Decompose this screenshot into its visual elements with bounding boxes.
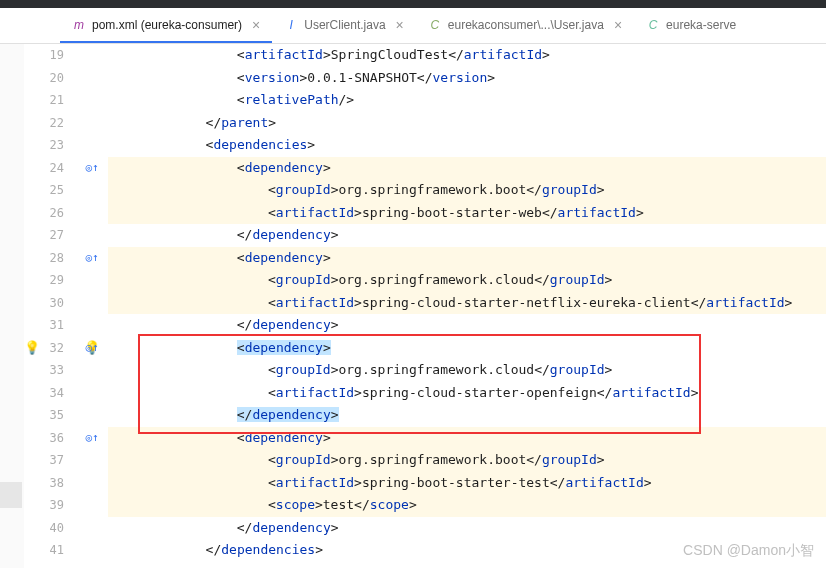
line-number[interactable]: 24 (24, 157, 64, 180)
line-number[interactable]: 27 (24, 224, 64, 247)
line-number[interactable]: 22 (24, 112, 64, 135)
line-number[interactable]: 23 (24, 134, 64, 157)
code-line[interactable]: <artifactId>spring-cloud-starter-netflix… (108, 292, 792, 315)
editor-container: 1920212223242526272829303132333435363738… (0, 44, 826, 568)
line-number[interactable]: 39 (24, 494, 64, 517)
code-line[interactable]: <dependency> (108, 337, 331, 360)
tab-label: eurekaconsumer\...\User.java (448, 18, 604, 32)
line-number[interactable]: 40 (24, 517, 64, 540)
tab-label: pom.xml (eureka-consumer) (92, 18, 242, 32)
code-line[interactable]: <artifactId>spring-boot-starter-web</art… (108, 202, 644, 225)
tab-file-icon: I (284, 18, 298, 32)
code-line[interactable]: </dependency> (108, 314, 339, 337)
line-number[interactable]: 30 (24, 292, 64, 315)
code-line[interactable]: <groupId>org.springframework.cloud</grou… (108, 269, 612, 292)
code-line[interactable]: <artifactId>spring-cloud-starter-openfei… (108, 382, 699, 405)
code-line[interactable]: <dependencies> (108, 134, 315, 157)
target-icon: ◎↑ (85, 431, 98, 444)
code-line[interactable]: <artifactId>SpringCloudTest</artifactId> (108, 44, 550, 67)
code-line[interactable]: <groupId>org.springframework.boot</group… (108, 449, 605, 472)
tab-1[interactable]: IUserClient.java× (272, 8, 416, 43)
close-icon[interactable]: × (614, 17, 622, 33)
code-line[interactable]: <dependency> (108, 157, 331, 180)
line-number-gutter[interactable]: 1920212223242526272829303132333435363738… (24, 44, 80, 568)
tab-file-icon: C (428, 18, 442, 32)
code-line[interactable]: <scope>test</scope> (108, 494, 417, 517)
close-icon[interactable]: × (252, 17, 260, 33)
line-number[interactable]: 26 (24, 202, 64, 225)
target-icon: ◎↑ (85, 341, 98, 354)
tab-2[interactable]: Ceurekaconsumer\...\User.java× (416, 8, 634, 43)
window-topbar (0, 0, 826, 8)
line-number[interactable]: 31 (24, 314, 64, 337)
code-line[interactable]: <artifactId>spring-boot-starter-test</ar… (108, 472, 652, 495)
line-number[interactable]: 33 (24, 359, 64, 382)
line-number[interactable]: 41 (24, 539, 64, 562)
tab-label: eureka-serve (666, 18, 736, 32)
code-line[interactable]: <dependency> (108, 247, 331, 270)
code-line[interactable]: </dependency> (108, 224, 339, 247)
line-number[interactable]: 36 (24, 427, 64, 450)
inspection-marks: ◎↑◎↑💡💡◎↑◎↑ (80, 44, 108, 568)
tab-file-icon: C (646, 18, 660, 32)
code-line[interactable]: <version>0.0.1-SNAPSHOT</version> (108, 67, 495, 90)
line-number[interactable]: 25 (24, 179, 64, 202)
line-number[interactable]: 20 (24, 67, 64, 90)
line-number[interactable]: 29 (24, 269, 64, 292)
line-number[interactable]: 34 (24, 382, 64, 405)
editor-tabs: mpom.xml (eureka-consumer)×IUserClient.j… (0, 8, 826, 44)
tab-label: UserClient.java (304, 18, 385, 32)
close-icon[interactable]: × (396, 17, 404, 33)
line-number[interactable]: 21 (24, 89, 64, 112)
target-icon: ◎↑ (85, 161, 98, 174)
code-line[interactable]: <groupId>org.springframework.cloud</grou… (108, 359, 612, 382)
code-line[interactable]: <groupId>org.springframework.boot</group… (108, 179, 605, 202)
watermark: CSDN @Damon小智 (683, 542, 814, 560)
code-line[interactable]: </dependency> (108, 517, 339, 540)
code-line[interactable]: <dependency> (108, 427, 331, 450)
line-number[interactable]: 28 (24, 247, 64, 270)
gutter-outer (0, 44, 24, 568)
code-area[interactable]: <artifactId>SpringCloudTest</artifactId>… (108, 44, 826, 568)
tab-file-icon: m (72, 18, 86, 32)
collapse-handle[interactable] (0, 482, 22, 508)
line-number[interactable]: 19 (24, 44, 64, 67)
line-number[interactable]: 38 (24, 472, 64, 495)
line-number[interactable]: 35 (24, 404, 64, 427)
code-line[interactable]: </parent> (108, 112, 276, 135)
tab-3[interactable]: Ceureka-serve (634, 8, 748, 43)
tab-0[interactable]: mpom.xml (eureka-consumer)× (60, 8, 272, 43)
code-line[interactable]: </dependencies> (108, 539, 323, 562)
code-line[interactable]: </dependency> (108, 404, 339, 427)
bulb-icon[interactable]: 💡 (24, 340, 40, 355)
line-number[interactable]: 37 (24, 449, 64, 472)
code-line[interactable]: <relativePath/> (108, 89, 354, 112)
target-icon: ◎↑ (85, 251, 98, 264)
